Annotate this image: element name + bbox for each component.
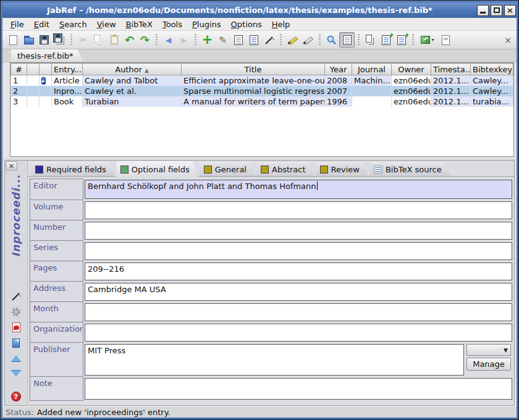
url-icon[interactable]: ▸ bbox=[41, 77, 46, 85]
cell-author[interactable]: Cawley and Talbot bbox=[83, 75, 182, 86]
col-title[interactable]: Title bbox=[182, 64, 325, 75]
unmark-entries-button[interactable] bbox=[300, 32, 316, 48]
address-field[interactable]: Cambridge MA USA bbox=[85, 283, 512, 301]
close-button[interactable]: × bbox=[504, 5, 516, 16]
cell-title[interactable]: A manual for writers of term papers... bbox=[182, 96, 325, 107]
mark-entries-button[interactable] bbox=[285, 32, 300, 48]
cell-owner[interactable]: ezn06edu bbox=[392, 96, 431, 107]
toolbar-close-icon[interactable]: × bbox=[502, 35, 513, 45]
col-journal[interactable]: Journal bbox=[352, 64, 392, 75]
cut-button[interactable]: ✂ bbox=[75, 32, 91, 48]
menu-help[interactable]: Help bbox=[268, 19, 295, 30]
cell-timestamp[interactable]: 2012.1... bbox=[431, 86, 471, 96]
menu-view[interactable]: View bbox=[93, 19, 120, 30]
menu-file[interactable]: File bbox=[6, 19, 28, 30]
tab-review[interactable]: Review bbox=[316, 162, 368, 176]
undo-button[interactable]: ↶ bbox=[122, 32, 137, 48]
new-entry-button[interactable]: + bbox=[200, 32, 215, 48]
autoset-links-button[interactable] bbox=[10, 306, 22, 317]
tab-general[interactable]: General bbox=[200, 162, 255, 176]
generate-key-button[interactable] bbox=[10, 291, 22, 302]
titlebar[interactable]: JabRef – /home/ezn06edu/Documents/nonfic… bbox=[2, 2, 517, 18]
open-pdf-button[interactable] bbox=[10, 322, 22, 333]
menu-bibtex[interactable]: BibTeX bbox=[122, 19, 157, 30]
cell-journal[interactable] bbox=[352, 96, 392, 107]
dropdown-arrow-icon[interactable]: ▾ bbox=[431, 37, 434, 43]
series-field[interactable] bbox=[85, 242, 512, 260]
tab-bibtex-source[interactable]: BibTeX source bbox=[369, 162, 450, 176]
cell-timestamp[interactable]: 2012.1... bbox=[431, 96, 471, 107]
paste-button[interactable] bbox=[106, 32, 122, 48]
cell-num[interactable]: 3 bbox=[11, 96, 27, 107]
cell-year[interactable]: 2008 bbox=[325, 75, 352, 86]
cell-icon2[interactable] bbox=[40, 86, 52, 96]
duplicate-entry-button[interactable] bbox=[363, 32, 378, 48]
menu-tools[interactable]: Tools bbox=[158, 19, 187, 30]
cell-num[interactable]: 2 bbox=[11, 86, 27, 96]
cell-journal[interactable]: Machin... bbox=[352, 75, 392, 86]
col-entrytype[interactable]: Entry... bbox=[52, 64, 83, 75]
cell-entrytype[interactable]: Book bbox=[52, 96, 83, 107]
table-row-selected[interactable]: 2 Inpro... Cawley et al. Sparse multinom… bbox=[11, 86, 513, 96]
maximize-button[interactable] bbox=[491, 5, 502, 16]
note-field[interactable] bbox=[85, 378, 512, 400]
open-database-button[interactable] bbox=[21, 32, 36, 48]
save-database-button[interactable] bbox=[36, 32, 52, 48]
pages-field[interactable]: 209--216 bbox=[85, 262, 512, 280]
col-bibtexkey[interactable]: Bibtexkey bbox=[471, 64, 513, 75]
cell-icon1[interactable] bbox=[27, 75, 40, 86]
table-empty-area[interactable] bbox=[11, 107, 513, 157]
cell-year[interactable]: 2007 bbox=[325, 86, 352, 96]
next-entry-button[interactable] bbox=[10, 368, 22, 379]
editor-field[interactable]: Bernhard Schölkopf and John Platt and Th… bbox=[85, 180, 512, 199]
publisher-dropdown[interactable]: ▼ bbox=[466, 344, 511, 356]
col-icon1[interactable] bbox=[27, 64, 40, 75]
open-file-button[interactable] bbox=[10, 337, 22, 348]
forward-button[interactable]: ▶ bbox=[176, 32, 192, 48]
col-owner[interactable]: Owner bbox=[392, 64, 431, 75]
tab-abstract[interactable]: Abstract bbox=[256, 162, 314, 176]
entry-editor-close-button[interactable]: × bbox=[6, 161, 17, 170]
menu-plugins[interactable]: Plugins bbox=[188, 19, 226, 30]
cell-icon1[interactable] bbox=[27, 86, 40, 96]
col-timestamp[interactable]: Timesta... bbox=[431, 64, 471, 75]
col-author[interactable]: Author▲ bbox=[83, 64, 182, 75]
number-field[interactable] bbox=[85, 222, 512, 240]
tab-thesis-ref[interactable]: thesis-ref.bib* bbox=[11, 49, 83, 62]
toggle-search-panel-button[interactable] bbox=[339, 32, 355, 48]
cell-owner[interactable]: ezn06edu bbox=[392, 86, 431, 96]
cell-bibtexkey[interactable]: turabia... bbox=[471, 96, 513, 107]
push-to-application-alt-button[interactable] bbox=[394, 32, 409, 48]
cell-entrytype[interactable]: Article bbox=[52, 75, 83, 86]
copy-button[interactable] bbox=[91, 32, 106, 48]
edit-entry-button[interactable]: ✎ bbox=[215, 32, 230, 48]
col-num[interactable]: # bbox=[11, 64, 27, 75]
search-button[interactable] bbox=[324, 32, 339, 48]
new-database-button[interactable] bbox=[6, 32, 21, 48]
cell-title[interactable]: Sparse multinomial logistic regressi... bbox=[182, 86, 325, 96]
table-row[interactable]: 1 ▸ Article Cawley and Talbot Efficient … bbox=[11, 75, 513, 86]
tab-optional-fields[interactable]: Optional fields bbox=[116, 161, 198, 177]
cell-entrytype[interactable]: Inpro... bbox=[52, 86, 83, 96]
cell-timestamp[interactable]: 2012.1... bbox=[431, 75, 471, 86]
tab-required-fields[interactable]: Required fields bbox=[31, 162, 115, 176]
table-row[interactable]: 3 Book Turabian A manual for writers of … bbox=[11, 96, 513, 107]
cell-owner[interactable]: ezn06edu bbox=[392, 75, 431, 86]
cell-author[interactable]: Cawley et al. bbox=[83, 86, 182, 96]
publisher-field[interactable]: MIT Press bbox=[85, 344, 464, 376]
menu-edit[interactable]: Edit bbox=[30, 19, 54, 30]
previous-entry-button[interactable] bbox=[10, 353, 22, 364]
cell-bibtexkey[interactable]: Cawley... bbox=[471, 86, 513, 96]
cell-num[interactable]: 1 bbox=[11, 75, 27, 86]
volume-field[interactable] bbox=[85, 201, 512, 219]
cell-title[interactable]: Efficient approximate leave-one-out... bbox=[182, 75, 325, 86]
cell-journal[interactable] bbox=[352, 86, 392, 96]
edit-preamble-button[interactable] bbox=[230, 32, 246, 48]
cell-icon1[interactable] bbox=[27, 96, 40, 107]
cell-author[interactable]: Turabian bbox=[83, 96, 182, 107]
minimize-button[interactable] bbox=[477, 5, 489, 16]
redo-button[interactable]: ↷ bbox=[137, 32, 153, 48]
cell-bibtexkey[interactable]: Cawley... bbox=[471, 75, 513, 86]
cell-year[interactable]: 1996 bbox=[325, 96, 352, 107]
push-to-lyx-button[interactable]: ▾ bbox=[417, 32, 438, 48]
